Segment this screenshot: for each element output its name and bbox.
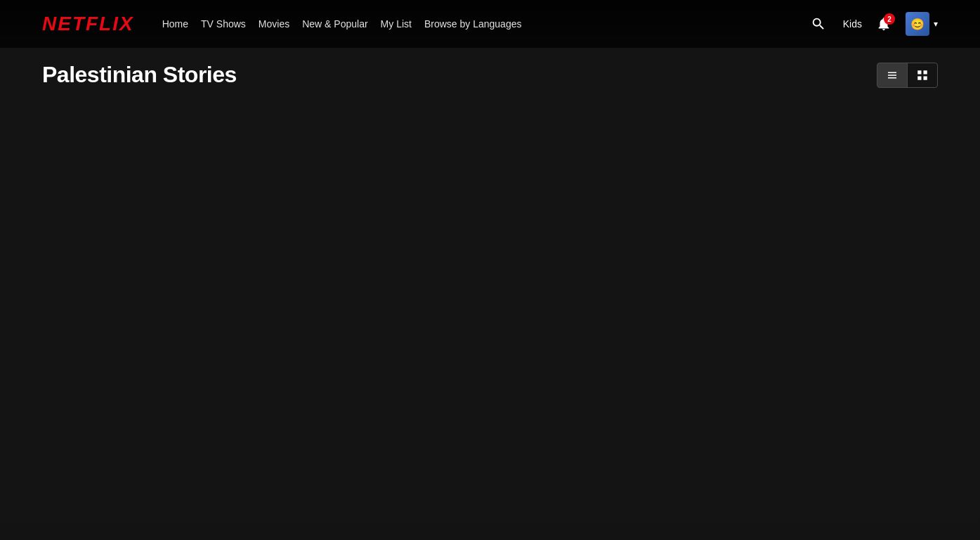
kids-label[interactable]: Kids	[843, 18, 862, 30]
nav-item-tv-shows[interactable]: TV Shows	[201, 18, 246, 30]
main-content: Palestinian Stories	[0, 0, 980, 524]
caret-down-icon: ▾	[934, 19, 938, 29]
bottom-gradient	[0, 519, 980, 540]
profile-area[interactable]: 😊 ▾	[906, 12, 938, 36]
notification-badge: 2	[884, 13, 895, 25]
avatar-emoji: 😊	[910, 18, 925, 31]
navbar-right: Kids 2 😊 ▾	[808, 12, 938, 36]
nav-link-my-list[interactable]: My List	[381, 18, 412, 30]
list-view-icon	[886, 69, 899, 82]
nav-item-browse-languages[interactable]: Browse by Languages	[424, 18, 522, 30]
list-view-button[interactable]	[877, 63, 907, 87]
nav-links: Home TV Shows Movies New & Popular My Li…	[162, 18, 522, 30]
grid-view-icon	[916, 69, 929, 82]
avatar: 😊	[906, 12, 929, 36]
nav-item-home[interactable]: Home	[162, 18, 188, 30]
view-toggle	[877, 63, 938, 88]
grid-view-button[interactable]	[907, 63, 937, 87]
search-button[interactable]	[808, 13, 829, 34]
nav-link-home[interactable]: Home	[162, 18, 188, 30]
nav-link-new-popular[interactable]: New & Popular	[302, 18, 367, 30]
nav-link-movies[interactable]: Movies	[259, 18, 289, 30]
nav-item-my-list[interactable]: My List	[381, 18, 412, 30]
navbar: NETFLIX Home TV Shows Movies New & Popul…	[0, 0, 980, 48]
navbar-left: NETFLIX Home TV Shows Movies New & Popul…	[42, 13, 521, 35]
page-header: Palestinian Stories	[42, 62, 938, 88]
content-area	[42, 102, 938, 524]
page-title: Palestinian Stories	[42, 62, 237, 88]
nav-link-browse-languages[interactable]: Browse by Languages	[424, 18, 522, 30]
nav-item-movies[interactable]: Movies	[259, 18, 289, 30]
search-icon	[811, 16, 826, 32]
nav-link-tv-shows[interactable]: TV Shows	[201, 18, 246, 30]
nav-item-new-popular[interactable]: New & Popular	[302, 18, 367, 30]
netflix-logo[interactable]: NETFLIX	[42, 13, 134, 35]
notification-button[interactable]: 2	[876, 16, 891, 32]
